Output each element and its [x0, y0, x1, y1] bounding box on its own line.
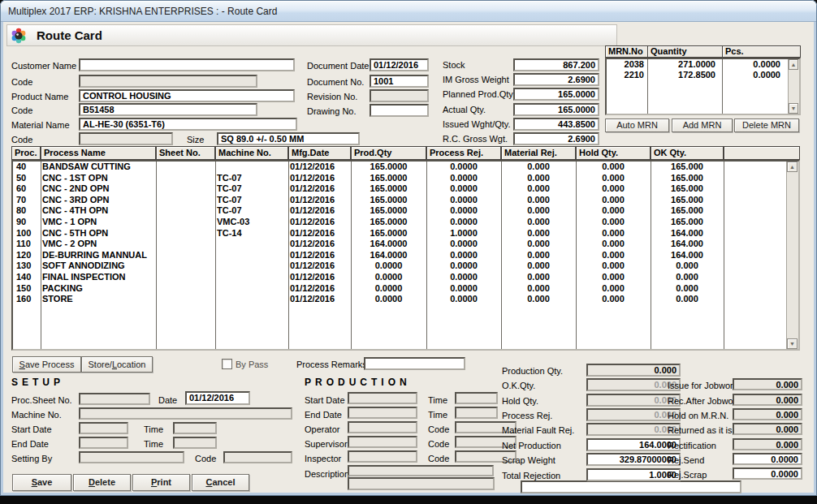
- table-row[interactable]: 100CNC - 5TH OPNTC-1401/12/2016165.00001…: [13, 228, 787, 239]
- mrn-row[interactable]: 2210172.85000.0000: [607, 70, 789, 80]
- cell: 01/12/2016: [288, 162, 351, 173]
- stock-row-field[interactable]: 2.6900: [513, 132, 599, 145]
- process-scrollbar[interactable]: ▲ ▼: [786, 162, 798, 349]
- delete-mrn-button[interactable]: Delete MRN: [734, 118, 799, 132]
- totals-row-label: Hold Qty.: [502, 396, 538, 407]
- cell: [156, 250, 215, 261]
- stock-row-field[interactable]: 165.0000: [513, 88, 599, 101]
- add-mrn-button[interactable]: Add MRN: [672, 118, 733, 132]
- stock-row-label: IM Gross Weight: [443, 75, 509, 85]
- table-row[interactable]: 150PACKING01/12/20160.00000.00000.0000.0…: [13, 283, 787, 295]
- scroll-down-button[interactable]: ▼: [787, 338, 798, 349]
- totals-row-field[interactable]: 164.0000: [586, 438, 681, 451]
- cell: 01/12/2016: [288, 217, 351, 228]
- totals-row-field[interactable]: 1.0000: [586, 468, 681, 481]
- setting-by-field: [79, 451, 184, 463]
- cell: 164.000: [651, 228, 724, 239]
- product-code-label: Code: [11, 106, 32, 116]
- cancel-button[interactable]: Cancel: [192, 474, 249, 491]
- cell: 0.000: [576, 294, 651, 305]
- size-field[interactable]: SQ 89.0 +/- 0.50 MM: [217, 132, 360, 145]
- cell: 0.000: [576, 250, 651, 261]
- jobwork-row-label: Hold on M.R.N.: [668, 411, 728, 421]
- table-row[interactable]: 60CNC - 2ND OPNTC-0701/12/2016165.00000.…: [13, 183, 787, 195]
- print-button[interactable]: Print: [132, 474, 190, 491]
- store-location-button[interactable]: Store/Location: [81, 356, 153, 373]
- table-row[interactable]: 110VMC - 2 OPN01/12/2016164.00000.00000.…: [13, 239, 787, 250]
- table-row[interactable]: 140FINAL INSPECTION01/12/20160.00000.000…: [13, 272, 787, 283]
- cell: 164.000: [651, 250, 724, 261]
- document-date-field[interactable]: 01/12/2016: [370, 58, 429, 71]
- totals-row-field: 0.000: [586, 423, 681, 436]
- totals-row-label: Material Fault Rej.: [502, 425, 574, 436]
- stock-row-field[interactable]: 867.200: [513, 58, 599, 71]
- scroll-up-button[interactable]: ▲: [787, 162, 798, 172]
- cell: 01/12/2016: [288, 294, 351, 305]
- jobwork-row-label: Rej.Scrap: [668, 470, 707, 480]
- table-row[interactable]: 160STORE01/12/20160.00000.00000.0000.000…: [13, 294, 787, 305]
- cell: 150: [13, 283, 41, 295]
- table-row[interactable]: 80CNC - 4TH OPNTC-0701/12/2016165.00000.…: [13, 205, 787, 217]
- bottom-empty-field[interactable]: [521, 480, 741, 493]
- drawing-no-field[interactable]: [370, 104, 429, 117]
- cell: 0.000: [501, 205, 576, 217]
- cell: [156, 162, 215, 173]
- table-row[interactable]: 70CNC - 3RD OPNTC-0701/12/2016165.00000.…: [13, 195, 787, 206]
- cell: 100: [13, 228, 41, 239]
- table-row[interactable]: 90VMC - 1 OPNVMC-0301/12/2016165.00000.0…: [13, 217, 787, 228]
- product-name-field[interactable]: CONTROL HOUSING: [79, 89, 295, 102]
- cell: 0.000: [501, 228, 576, 239]
- table-row[interactable]: 120DE-BURRING MANNUAL01/12/2016164.00000…: [13, 250, 787, 261]
- scroll-down-button[interactable]: ▼: [789, 103, 798, 114]
- save-button[interactable]: Save: [12, 474, 71, 491]
- scroll-up-button[interactable]: ▲: [789, 59, 798, 70]
- table-row[interactable]: 40BANDSAW CUTTING01/12/2016165.00000.000…: [13, 162, 787, 173]
- cell: 60: [13, 183, 41, 195]
- cell: TC-07: [215, 173, 288, 184]
- window-titlebar[interactable]: Multiplex 2017 ERP: KRISHNA ENTERPRISES …: [1, 1, 816, 22]
- stock-row-field[interactable]: 443.8500: [513, 118, 599, 131]
- customer-name-field[interactable]: [79, 58, 295, 71]
- grid-line: [647, 59, 648, 114]
- setup-date-field[interactable]: 01/12/2016: [185, 391, 250, 405]
- setup-end-time-label: Time: [144, 439, 163, 450]
- by-pass-checkbox[interactable]: [222, 359, 232, 369]
- auto-mrn-button[interactable]: Auto MRN: [605, 118, 669, 132]
- column-header: Hold Qty.: [576, 146, 651, 160]
- totals-row-field[interactable]: 329.87000000: [586, 453, 681, 466]
- mrn-row[interactable]: 2038271.00000.0000: [607, 59, 789, 70]
- cell: 0.0000: [722, 59, 789, 70]
- proc-sheet-field: [79, 393, 150, 405]
- size-label: Size: [187, 135, 204, 145]
- cell: TC-07: [215, 205, 288, 217]
- save-process-button[interactable]: Save Process: [12, 356, 81, 373]
- table-row[interactable]: 130SOFT ANNODIZING01/12/20160.00000.0000…: [13, 261, 787, 272]
- material-name-field[interactable]: AL-HE-30 (6351-T6): [79, 118, 297, 131]
- jobwork-row-field[interactable]: 0.0000: [733, 453, 802, 465]
- stock-row-label: Actual Qty.: [443, 105, 486, 115]
- cell: 0.0000: [426, 283, 501, 295]
- mrn-scrollbar[interactable]: ▲ ▼: [788, 59, 799, 114]
- inspector-code-label: Code: [428, 454, 449, 464]
- cell: BANDSAW CUTTING: [41, 162, 156, 173]
- process-remarks-field[interactable]: [364, 357, 465, 370]
- delete-button[interactable]: Delete: [73, 474, 131, 491]
- totals-row-label: Total Rejection: [502, 471, 560, 481]
- prod-end-time-label: Time: [428, 410, 447, 420]
- totals-row-field[interactable]: 0.000: [586, 364, 681, 377]
- cell: 164.000: [651, 239, 724, 250]
- cell: VMC-03: [215, 217, 288, 228]
- cell: 165.0000: [351, 173, 426, 184]
- jobwork-row-field[interactable]: 0.0000: [733, 467, 802, 480]
- cell: 0.000: [576, 217, 651, 228]
- setup-start-date-field: [79, 422, 128, 434]
- product-code-field[interactable]: B51458: [79, 103, 257, 116]
- cell: 120: [13, 250, 41, 261]
- cell: 01/12/2016: [288, 195, 351, 206]
- stock-row-field[interactable]: 2.6900: [513, 73, 599, 86]
- table-row[interactable]: 50CNC - 1ST OPNTC-0701/12/2016165.00000.…: [13, 173, 787, 184]
- stock-row-field[interactable]: 165.0000: [513, 103, 599, 116]
- drawing-no-label: Drawing No.: [307, 106, 357, 117]
- cell: 165.000: [651, 217, 724, 228]
- document-no-field[interactable]: 1001: [370, 75, 429, 88]
